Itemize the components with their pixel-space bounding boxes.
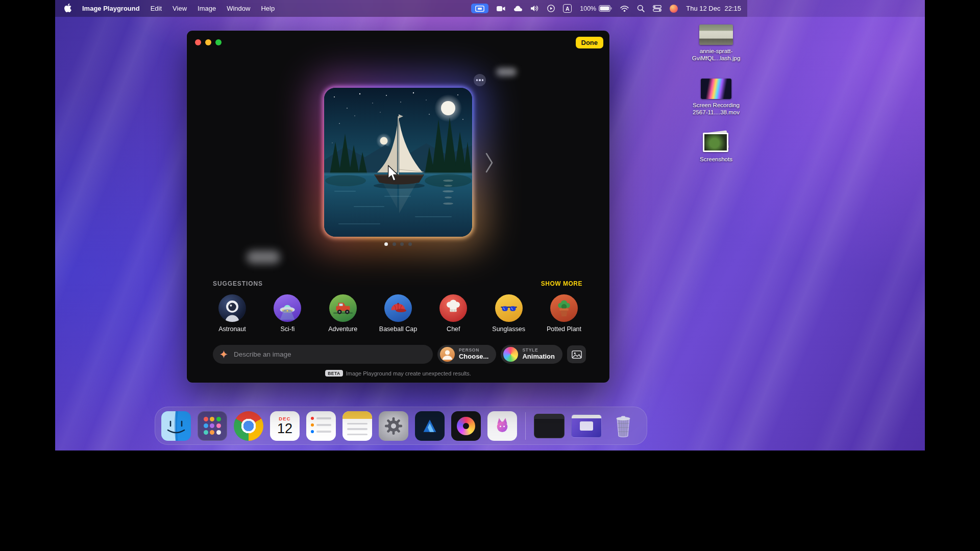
dock-divider [525, 412, 526, 440]
dock-item-system-settings[interactable] [379, 411, 408, 441]
person-chip[interactable]: PERSON Choose... [437, 345, 497, 364]
redacted-prompt-blur [247, 251, 280, 264]
dock-item-minimized-window[interactable] [571, 414, 602, 438]
suggestion-label: Chef [447, 325, 460, 333]
close-button[interactable] [195, 39, 201, 45]
cat-icon [491, 414, 514, 438]
cloud-icon[interactable] [513, 6, 523, 12]
redacted-text-blur [496, 68, 517, 76]
screen: Image Playground Edit View Image Window … [0, 0, 980, 551]
desktop-folder-screenshots[interactable]: Screenshots [687, 131, 745, 163]
apple-icon [64, 4, 71, 12]
trash-icon [608, 411, 638, 441]
menu-edit[interactable]: Edit [151, 5, 162, 12]
spotlight-search-icon[interactable] [637, 5, 645, 12]
suggestion-baseball-cap[interactable]: Baseball Cap [372, 294, 424, 333]
battery-icon [599, 5, 612, 12]
carousel-page-dots[interactable] [187, 242, 609, 246]
image-playground-window: Done [187, 31, 609, 383]
suggestions-row: Astronaut Sci-fi [206, 294, 590, 333]
menu-help[interactable]: Help [261, 5, 275, 12]
generated-image-carousel[interactable] [324, 88, 472, 237]
dock-item-reminders[interactable] [306, 411, 336, 441]
finder-icon [161, 411, 191, 441]
suggestion-sci-fi[interactable]: Sci-fi [261, 294, 313, 333]
screenshots-stack-thumbnail [701, 131, 731, 153]
window-controls [195, 39, 222, 45]
suggestion-astronaut[interactable]: Astronaut [206, 294, 258, 333]
style-color-wheel-icon [503, 347, 518, 362]
menu-date: Thu 12 Dec [686, 5, 720, 12]
menu-clock[interactable]: Thu 12 Dec 22:15 [686, 5, 741, 12]
file-label: Screenshots [700, 156, 732, 163]
done-button[interactable]: Done [576, 37, 604, 48]
sunglasses-icon [495, 294, 523, 322]
color-wheel-icon [457, 417, 475, 435]
screen-recording-indicator-icon[interactable] [471, 4, 488, 13]
zoom-button[interactable] [215, 39, 222, 45]
style-chip[interactable]: STYLE Animation [501, 345, 562, 364]
suggestion-label: Potted Plant [547, 325, 581, 333]
wifi-icon[interactable] [620, 6, 629, 12]
minimize-button[interactable] [205, 39, 211, 45]
control-center-icon[interactable] [653, 5, 662, 12]
choose-photo-button[interactable] [567, 345, 586, 363]
image-file-thumbnail [699, 24, 733, 45]
suggestion-potted-plant[interactable]: Potted Plant [538, 294, 590, 333]
suggestion-label: Astronaut [218, 325, 246, 333]
suggestion-label: Sci-fi [280, 325, 295, 333]
dock-item-notes[interactable] [342, 411, 372, 441]
now-playing-icon[interactable] [547, 5, 555, 12]
battery-percent: 100% [580, 5, 596, 12]
baseball-cap-icon [384, 294, 412, 322]
video-camera-icon[interactable] [497, 6, 505, 12]
user-account-icon[interactable] [670, 5, 678, 13]
page-dot-active [384, 242, 388, 246]
secondary-display-menubar [747, 0, 925, 17]
page-dot [408, 242, 412, 246]
desktop-file-annie-spratt-jpg[interactable]: annie-spratt-GviMfQL...lash.jpg [687, 24, 745, 62]
dock-item-chrome[interactable] [234, 411, 263, 441]
menu-image[interactable]: Image [198, 5, 216, 12]
dock-item-cat-app[interactable] [487, 411, 517, 441]
next-image-chevron[interactable] [485, 153, 494, 175]
prompt-input[interactable] [233, 350, 426, 359]
page-dot [400, 242, 404, 246]
sparkle-icon [219, 350, 228, 359]
desktop-file-screen-recording-mov[interactable]: Screen Recording 2567-11....38.mov [687, 79, 745, 116]
file-label: annie-spratt-GviMfQL...lash.jpg [688, 48, 745, 62]
dock-item-motion-editor[interactable] [451, 411, 481, 441]
suggestion-chef[interactable]: Chef [427, 294, 479, 333]
style-value: Animation [522, 353, 555, 361]
calendar-day: 12 [277, 422, 292, 436]
dock-item-calendar[interactable]: DEC 12 [270, 411, 300, 441]
prompt-field[interactable] [213, 345, 433, 364]
dock-item-trash[interactable] [608, 411, 638, 441]
apple-menu[interactable] [64, 4, 71, 14]
affinity-icon [420, 416, 440, 436]
show-more-button[interactable]: SHOW MORE [541, 280, 582, 287]
app-menu-title[interactable]: Image Playground [82, 5, 140, 12]
suggestion-sunglasses[interactable]: Sunglasses [483, 294, 535, 333]
battery-status[interactable]: 100% [580, 5, 612, 12]
generated-image-sailboat[interactable] [324, 88, 472, 237]
suggestion-label: Baseball Cap [379, 325, 417, 333]
beta-badge: BETA [325, 370, 343, 377]
file-label: Screen Recording 2567-11....38.mov [688, 102, 745, 116]
jeep-icon [329, 294, 357, 322]
menu-view[interactable]: View [173, 5, 187, 12]
menu-window[interactable]: Window [227, 5, 250, 12]
dock-item-launchpad[interactable] [198, 411, 227, 441]
chef-hat-icon [439, 294, 467, 322]
suggestion-adventure[interactable]: Adventure [317, 294, 369, 333]
dock-item-finder[interactable] [161, 411, 191, 441]
composer-bar: PERSON Choose... STYLE Animation [213, 345, 586, 364]
volume-icon[interactable] [531, 5, 539, 12]
input-source-icon[interactable]: A [563, 4, 572, 13]
gear-icon [384, 416, 403, 436]
photo-icon [572, 350, 582, 359]
astronaut-icon [218, 294, 246, 322]
dock-item-dark-window[interactable] [534, 414, 565, 438]
dock-item-affinity-designer[interactable] [415, 411, 445, 441]
beta-disclaimer: BETA Image Playground may create unexpec… [187, 370, 609, 377]
